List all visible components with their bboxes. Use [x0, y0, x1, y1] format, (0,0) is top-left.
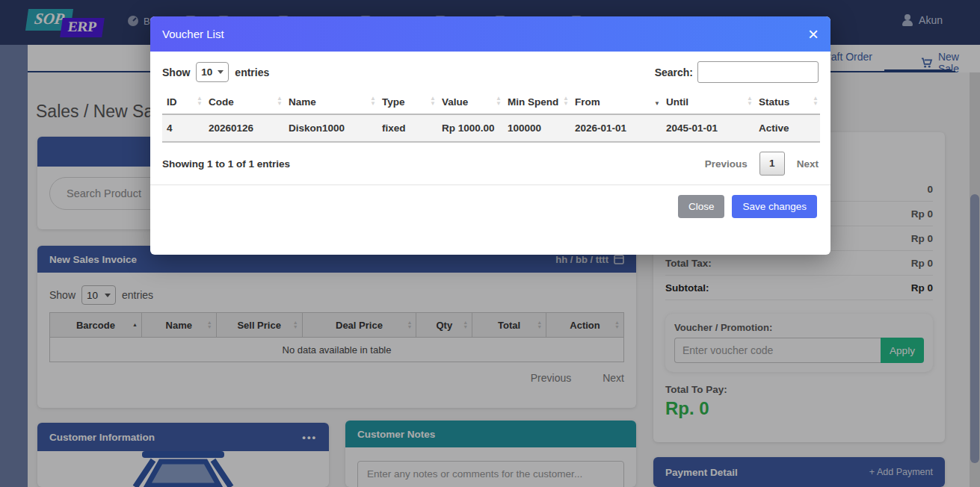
cell-until: 2045-01-01: [662, 114, 754, 142]
cell-value: Rp 1000.00: [437, 114, 503, 142]
page-size-value: 10: [201, 66, 212, 78]
sort-desc-icon: ▼: [654, 101, 660, 106]
voucher-row[interactable]: 4 20260126 Diskon1000 fixed Rp 1000.00 1…: [162, 114, 820, 142]
cell-type: fixed: [377, 114, 437, 142]
modal-title: Voucher List: [162, 28, 224, 40]
sort-icon: ▲▼: [197, 96, 203, 106]
close-button[interactable]: Close: [678, 195, 725, 218]
cell-status: Active: [754, 114, 820, 142]
close-icon[interactable]: ×: [808, 25, 819, 43]
sort-icon: ▲▼: [430, 96, 436, 106]
chevron-down-icon: [218, 70, 224, 74]
modal-search-input[interactable]: [697, 61, 819, 83]
sort-icon: ▲▼: [813, 96, 819, 106]
cell-from: 2026-01-01: [570, 114, 662, 142]
sort-icon: ▲▼: [277, 96, 283, 106]
col-until[interactable]: Until ▲▼: [662, 92, 754, 114]
cell-name: Diskon1000: [284, 114, 377, 142]
show-label: Show: [162, 66, 190, 78]
modal-page-size-select[interactable]: 10: [196, 62, 229, 82]
cell-id: 4: [162, 114, 204, 142]
table-info: Showing 1 to 1 of 1 entries: [162, 158, 290, 170]
voucher-table: ID ▲▼ Code ▲▼ Name ▲▼ Type ▲▼ Value ▲▼ M…: [162, 92, 820, 143]
entries-label: entries: [235, 66, 269, 78]
col-id[interactable]: ID ▲▼: [162, 92, 204, 114]
search-label: Search:: [655, 66, 693, 78]
save-changes-button[interactable]: Save changes: [732, 195, 817, 218]
col-value[interactable]: Value ▲▼: [437, 92, 503, 114]
col-from[interactable]: From ▼: [570, 92, 662, 114]
sort-icon: ▲▼: [496, 96, 502, 106]
next-button[interactable]: Next: [797, 158, 819, 170]
page-number-button[interactable]: 1: [759, 152, 785, 176]
cell-min-spend: 100000: [503, 114, 570, 142]
col-code[interactable]: Code ▲▼: [204, 92, 284, 114]
voucher-list-modal: Voucher List × Show 10 entries Search: I…: [150, 16, 830, 255]
sort-icon: ▲▼: [370, 96, 376, 106]
sort-icon: ▲▼: [747, 96, 753, 106]
cell-code: 20260126: [204, 114, 284, 142]
col-status[interactable]: Status ▲▼: [754, 92, 820, 114]
col-name[interactable]: Name ▲▼: [284, 92, 377, 114]
previous-button[interactable]: Previous: [705, 158, 748, 170]
sort-icon: ▲▼: [563, 96, 569, 106]
col-min-spend[interactable]: Min Spend ▲▼: [503, 92, 570, 114]
col-type[interactable]: Type ▲▼: [377, 92, 437, 114]
